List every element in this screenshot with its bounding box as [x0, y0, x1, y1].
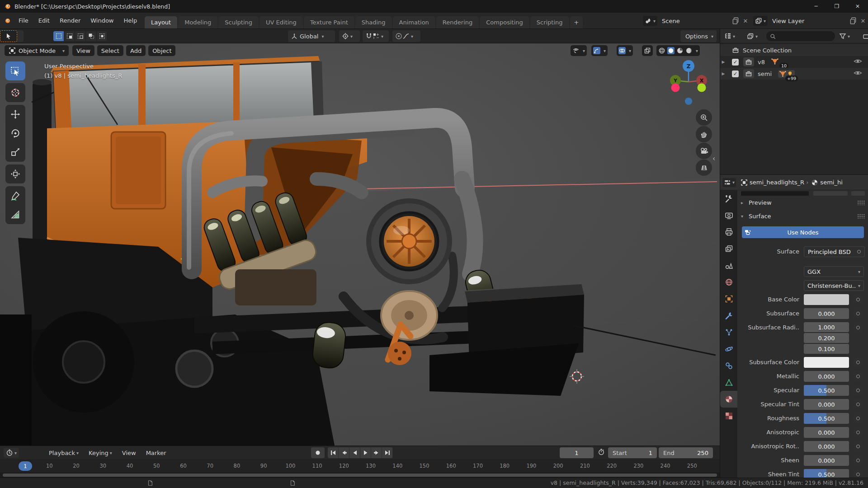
- maximize-button[interactable]: ❐: [826, 0, 847, 13]
- outliner-row-semi[interactable]: ▶ ✓ semi +99: [720, 68, 868, 80]
- grid-ortho-button[interactable]: [696, 160, 712, 176]
- scrollbar-thumb[interactable]: [3, 474, 717, 477]
- outliner-new-collection-button[interactable]: [861, 31, 868, 42]
- panel-preview[interactable]: ▸ Preview: [737, 196, 868, 209]
- value-slider[interactable]: 0.500: [804, 385, 849, 396]
- hide-eye-icon[interactable]: [854, 57, 862, 67]
- vector-value-field[interactable]: 0.100: [804, 344, 849, 354]
- active-tool-button[interactable]: [0, 30, 17, 42]
- value-slider[interactable]: 0.500: [804, 469, 849, 478]
- blender-menu-logo-icon[interactable]: [4, 17, 11, 24]
- node-socket-button[interactable]: [853, 399, 863, 409]
- menu-render[interactable]: Render: [55, 15, 85, 26]
- playback-sync-button[interactable]: [598, 448, 605, 457]
- options-button[interactable]: Options ▾: [680, 30, 717, 42]
- outliner-row-v8[interactable]: ▶ ✓ v8 10: [720, 56, 868, 68]
- xray-toggle[interactable]: [642, 45, 653, 56]
- prop-tab-object[interactable]: [720, 291, 737, 307]
- transform-orientation-dropdown[interactable]: Global ▾: [288, 30, 335, 42]
- prop-tab-constraints[interactable]: [720, 357, 737, 374]
- menu-edit[interactable]: Edit: [33, 15, 55, 26]
- jump-end-button[interactable]: [382, 447, 393, 458]
- prop-tab-scene[interactable]: [720, 257, 737, 274]
- checkbox-icon[interactable]: ✓: [732, 70, 739, 77]
- timeline-menu-view[interactable]: View: [118, 448, 141, 458]
- shading-solid-icon[interactable]: [667, 47, 675, 54]
- overlays-toggle[interactable]: ▾: [617, 45, 633, 56]
- viewport-3d[interactable]: Object Mode ▾ ViewSelectAddObject ▾ ▾ ▾: [0, 43, 720, 446]
- visibility-dropdown[interactable]: ▾: [571, 45, 587, 56]
- select-mode-subtract[interactable]: [75, 31, 86, 41]
- start-frame-field[interactable]: Start 1: [608, 447, 657, 458]
- current-frame-field[interactable]: 1: [560, 447, 594, 458]
- sidebar-collapse-arrow[interactable]: ‹: [712, 155, 715, 163]
- hide-eye-icon[interactable]: [854, 69, 862, 79]
- prop-tab-physics[interactable]: [720, 341, 737, 357]
- workspace-tab-compositing[interactable]: Compositing: [480, 16, 529, 28]
- workspace-tab-sculpting[interactable]: Sculpting: [218, 16, 259, 28]
- vector-value-field[interactable]: 0.200: [804, 333, 849, 343]
- timeline-menu-keying[interactable]: Keying▾: [84, 448, 117, 458]
- view-layer-dropdown[interactable]: ▾: [753, 16, 768, 26]
- prop-tab-view-layer[interactable]: [720, 240, 737, 257]
- pan-button[interactable]: [696, 126, 712, 142]
- outliner-display-mode-button[interactable]: ▾: [745, 31, 759, 42]
- playhead[interactable]: 1: [19, 461, 32, 471]
- workspace-tab-animation[interactable]: Animation: [393, 16, 435, 28]
- dropdown-christensenbu[interactable]: Christensen-Bu..▾: [804, 280, 864, 291]
- node-socket-button[interactable]: [853, 385, 863, 395]
- color-swatch[interactable]: [804, 294, 849, 305]
- mode-dropdown[interactable]: Object Mode ▾: [5, 45, 69, 56]
- node-socket-button[interactable]: [853, 441, 863, 451]
- panel-surface[interactable]: ▾ Surface: [737, 209, 868, 223]
- menu-help[interactable]: Help: [119, 15, 142, 26]
- timeline-menu-marker[interactable]: Marker: [142, 448, 171, 458]
- expand-icon[interactable]: ▶: [720, 60, 726, 64]
- node-socket-button[interactable]: [853, 469, 863, 478]
- scene-dropdown[interactable]: ▾: [643, 16, 657, 26]
- viewport-menu-object[interactable]: Object: [148, 45, 175, 56]
- value-slider[interactable]: 0.000: [804, 427, 849, 438]
- viewport-menu-view[interactable]: View: [72, 45, 94, 56]
- zoom-button[interactable]: [696, 109, 712, 126]
- prop-tab-modifiers[interactable]: [720, 307, 737, 324]
- viewport-3d-scene[interactable]: [0, 43, 720, 446]
- workspace-tab-scripting[interactable]: Scripting: [530, 16, 569, 28]
- value-slider[interactable]: 0.000: [804, 441, 849, 452]
- node-socket-button[interactable]: [853, 357, 863, 367]
- use-nodes-button[interactable]: Use Nodes: [742, 226, 864, 238]
- breadcrumb-object-name[interactable]: semi_headlights_R: [750, 179, 804, 186]
- node-socket-button[interactable]: [853, 308, 863, 319]
- workspace-tab-texture-paint[interactable]: Texture Paint: [304, 16, 354, 28]
- end-frame-field[interactable]: End 250: [659, 447, 713, 458]
- prop-tab-material[interactable]: [720, 391, 737, 408]
- prop-tab-render[interactable]: [720, 207, 737, 224]
- tool-annotate[interactable]: [5, 186, 25, 205]
- value-slider[interactable]: 0.500: [804, 413, 849, 424]
- value-slider[interactable]: 0.000: [804, 399, 849, 410]
- color-swatch[interactable]: [804, 357, 849, 368]
- node-socket-button[interactable]: [853, 371, 863, 381]
- checkbox-icon[interactable]: ✓: [732, 59, 739, 66]
- node-socket-button[interactable]: [853, 322, 863, 333]
- scene-copy-icon[interactable]: [731, 17, 740, 25]
- tool-move[interactable]: [5, 105, 25, 124]
- navigation-gizmo[interactable]: Z Y X: [658, 58, 718, 112]
- add-workspace-button[interactable]: +: [570, 16, 583, 28]
- jump-start-button[interactable]: [328, 447, 339, 458]
- outliner-type-button[interactable]: ▾: [723, 31, 736, 42]
- node-socket-button[interactable]: [853, 294, 863, 305]
- prop-tab-texture[interactable]: [720, 408, 737, 424]
- dropdown-ggx[interactable]: GGX▾: [804, 266, 864, 277]
- vector-value-field[interactable]: 1.000: [804, 322, 849, 332]
- gizmos-toggle[interactable]: ▾: [591, 45, 608, 56]
- viewport-menu-add[interactable]: Add: [126, 45, 146, 56]
- snap-controls[interactable]: ▾: [363, 30, 389, 42]
- value-slider[interactable]: 0.000: [804, 371, 849, 382]
- pivot-point-dropdown[interactable]: ▾: [339, 30, 360, 42]
- camera-view-button[interactable]: [696, 143, 712, 159]
- workspace-tab-uv-editing[interactable]: UV Editing: [259, 16, 303, 28]
- outliner-search-input[interactable]: [778, 33, 828, 40]
- outliner-filter-button[interactable]: ▾: [838, 31, 851, 42]
- prop-tab-particles[interactable]: [720, 324, 737, 341]
